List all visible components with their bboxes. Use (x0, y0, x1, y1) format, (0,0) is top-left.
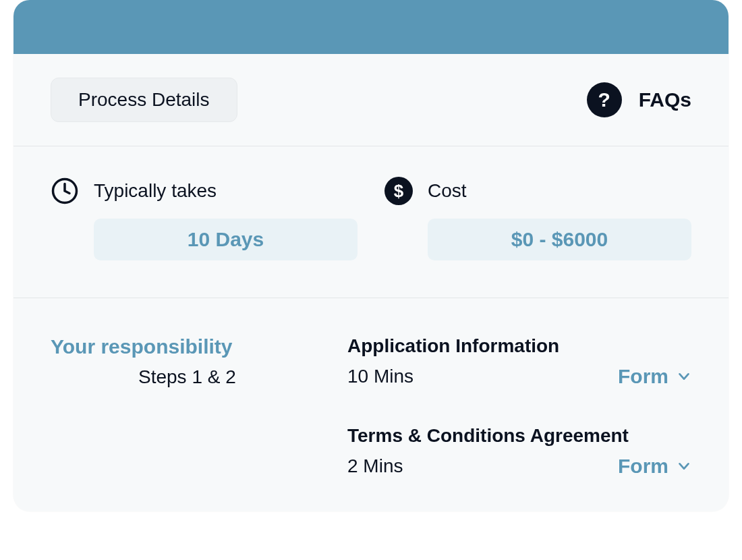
tab-process-details-label: Process Details (78, 89, 210, 110)
summary-cost-head: $ Cost (384, 177, 691, 205)
process-card: Process Details ? FAQs Typically takes 1… (13, 0, 729, 511)
clock-icon (51, 177, 79, 205)
chevron-down-icon (677, 459, 691, 474)
summary-row: Typically takes 10 Days $ Cost $0 - $600… (13, 146, 729, 298)
summary-time-value: 10 Days (94, 219, 358, 260)
step-meta: 10 Mins Form (347, 365, 691, 388)
steps-list: Application Information 10 Mins Form Ter… (347, 335, 691, 478)
step-form-label: Form (618, 365, 668, 388)
step-time: 2 Mins (347, 455, 403, 477)
step-title: Terms & Conditions Agreement (347, 425, 691, 447)
responsibility-col: Your responsibility Steps 1 & 2 (51, 335, 320, 478)
tab-process-details[interactable]: Process Details (51, 78, 237, 122)
steps-section: Your responsibility Steps 1 & 2 Applicat… (13, 298, 729, 511)
step-form-toggle[interactable]: Form (618, 365, 691, 388)
summary-cost-value: $0 - $6000 (428, 219, 691, 260)
chevron-down-icon (677, 369, 691, 384)
responsibility-title: Your responsibility (51, 335, 320, 358)
tabs-row: Process Details ? FAQs (13, 54, 729, 146)
summary-time-block: Typically takes 10 Days (51, 177, 358, 260)
step-form-label: Form (618, 455, 668, 478)
step-time: 10 Mins (347, 366, 413, 387)
summary-time-label: Typically takes (94, 180, 217, 202)
header-accent-band (13, 0, 729, 54)
dollar-icon: $ (384, 177, 413, 205)
summary-cost-label: Cost (428, 180, 467, 202)
summary-time-head: Typically takes (51, 177, 358, 205)
step-item: Terms & Conditions Agreement 2 Mins Form (347, 425, 691, 478)
step-item: Application Information 10 Mins Form (347, 335, 691, 388)
question-icon: ? (587, 82, 622, 117)
step-meta: 2 Mins Form (347, 455, 691, 478)
step-title: Application Information (347, 335, 691, 357)
summary-cost-block: $ Cost $0 - $6000 (384, 177, 691, 260)
responsibility-subtitle: Steps 1 & 2 (138, 366, 320, 388)
tab-faqs[interactable]: ? FAQs (587, 82, 691, 117)
step-form-toggle[interactable]: Form (618, 455, 691, 478)
tab-faqs-label: FAQs (639, 88, 691, 111)
